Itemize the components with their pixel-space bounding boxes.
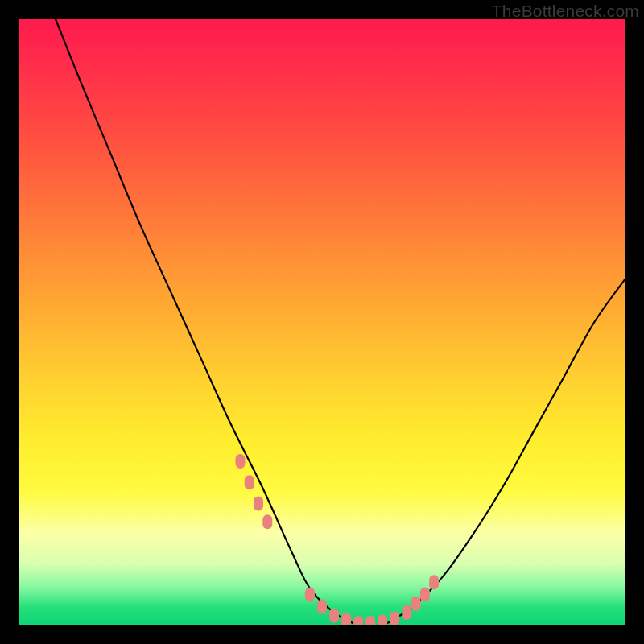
marker-dot [402,605,411,620]
marker-dot [353,616,363,625]
plot-area [19,19,625,625]
marker-dot [262,514,272,529]
chart-frame: TheBottleneck.com [0,0,644,644]
highlight-markers [235,454,439,625]
marker-dot [378,614,387,625]
marker-dot [390,611,399,625]
marker-dot [365,616,375,625]
marker-dot [411,597,421,611]
marker-dot [329,609,339,623]
marker-dot [317,599,327,613]
marker-dot [420,587,430,601]
marker-dot [235,454,245,469]
marker-dot [341,613,351,625]
marker-dot [429,575,439,589]
watermark-text: TheBottleneck.com [492,2,639,21]
curve-svg [19,19,625,625]
marker-dot [305,587,315,601]
marker-dot [254,497,263,511]
marker-dot [245,475,254,489]
bottleneck-curve [56,19,625,625]
